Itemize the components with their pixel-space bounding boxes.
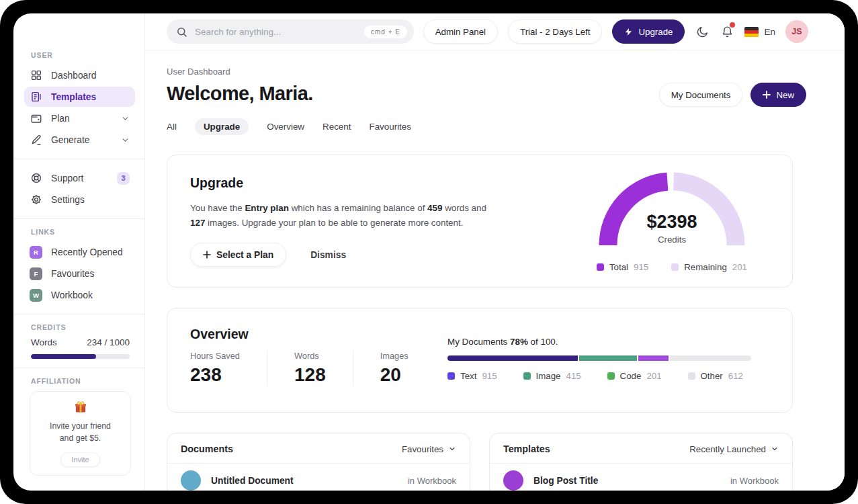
affiliation-text-line1: Invite your friend [37, 421, 124, 433]
topbar-actions: Admin Panel Trial - 2 Days Left Upgrade … [423, 19, 808, 44]
search-input[interactable] [194, 26, 364, 38]
documents-card: Documents Favourites Untitled Document i… [167, 433, 470, 491]
sidebar: USER Dashboard Templates Plan [13, 13, 145, 491]
tab-all[interactable]: All [167, 118, 177, 135]
user-avatar[interactable]: JS [785, 20, 808, 43]
legend-value: 915 [482, 371, 497, 381]
trial-button[interactable]: Trial - 2 Days Left [508, 19, 602, 44]
language-selector[interactable]: En [744, 27, 775, 37]
plus-icon [203, 251, 211, 259]
sidebar-item-generate[interactable]: Generate [24, 130, 135, 150]
stat-words: Words 128 [267, 351, 353, 386]
doc-legend-swatch-2 [607, 372, 615, 380]
sidebar-item-label: Plan [51, 114, 70, 124]
sidebar-link-workbook[interactable]: W Workbook [24, 285, 135, 305]
documents-filter-label: Favourites [402, 444, 443, 454]
template-item-location: in Workbook [730, 476, 779, 486]
doc-bar-segment-1 [579, 355, 637, 361]
page-title: Welcome, Maria. [167, 83, 313, 105]
tab-overview[interactable]: Overview [267, 118, 304, 135]
invite-button[interactable]: Invite [60, 452, 99, 467]
sidebar-item-templates[interactable]: Templates [24, 87, 135, 107]
search-shortcut-chip: cmd + E [364, 26, 407, 38]
settings-gear-icon [30, 194, 42, 206]
templates-document-icon [30, 91, 42, 103]
overview-card: Overview Hours Saved 238 Words 128 Image… [167, 308, 793, 413]
gauge-legend-remaining-label: Remaining [684, 262, 727, 272]
sidebar-section-affiliation: AFFILIATION [31, 377, 131, 385]
sidebar-item-label: Templates [51, 92, 96, 102]
legend-text: Text 915 [447, 371, 497, 381]
search-bar[interactable]: cmd + E [167, 19, 414, 44]
sidebar-item-dashboard[interactable]: Dashboard [24, 65, 135, 85]
legend-label: Other [701, 371, 723, 381]
dismiss-button[interactable]: Dismiss [306, 249, 350, 261]
document-list-item[interactable]: Untitled Document in Workbook [167, 464, 470, 491]
sidebar-divider [13, 368, 144, 368]
sidebar-link-recently-opened[interactable]: R Recently Opened [24, 242, 135, 262]
new-button[interactable]: New [750, 83, 806, 107]
gauge-center-label: Credits [597, 235, 747, 245]
template-item-name: Blog Post Title [533, 476, 598, 486]
sidebar-link-label: Recently Opened [51, 247, 123, 257]
dark-mode-moon-icon[interactable] [695, 24, 710, 39]
sidebar-item-label: Dashboard [51, 71, 97, 81]
credits-progress-fill [31, 354, 96, 359]
doc-bar-segment-0 [447, 355, 578, 361]
legend-label: Text [460, 371, 476, 381]
support-count-badge: 3 [117, 172, 130, 185]
admin-panel-button[interactable]: Admin Panel [423, 19, 498, 44]
doc-legend-swatch-3 [688, 372, 695, 380]
link-chip-2: W [30, 289, 42, 302]
stat-label: Hours Saved [190, 351, 240, 361]
document-item-location: in Workbook [408, 476, 456, 486]
documents-filter-dropdown[interactable]: Favourites [402, 444, 456, 454]
upgrade-card-body: You have the Entry plan which has a rema… [190, 201, 487, 230]
gauge-legend-remaining-swatch [671, 263, 679, 271]
gauge-center-value: $2398 [597, 212, 747, 233]
sidebar-item-settings[interactable]: Settings [24, 190, 135, 210]
notification-dot [730, 22, 735, 28]
tab-recent[interactable]: Recent [323, 118, 351, 135]
legend-code: Code 201 [607, 371, 662, 381]
tab-upgrade[interactable]: Upgrade [195, 118, 249, 135]
select-plan-label: Select a Plan [216, 250, 273, 260]
templates-filter-dropdown[interactable]: Recently Launched [689, 444, 779, 454]
chevron-down-icon [121, 136, 130, 144]
sidebar-item-plan[interactable]: Plan [24, 108, 135, 128]
search-icon [176, 26, 187, 38]
lightning-bolt-icon [624, 28, 633, 36]
tab-favourites[interactable]: Favourites [369, 118, 411, 135]
template-list-item[interactable]: Blog Post Title in Workbook [490, 464, 792, 491]
templates-filter-label: Recently Launched [689, 444, 766, 454]
plan-wallet-icon [30, 112, 42, 125]
sidebar-link-favourites[interactable]: F Favourites [24, 263, 135, 284]
gauge-legend-total-label: Total [609, 262, 628, 272]
stat-images: Images 20 [353, 351, 435, 386]
legend-value: 415 [566, 371, 581, 381]
documents-stacked-bar [447, 355, 751, 361]
affiliation-card: Invite your friend and get $5. Invite [30, 391, 131, 476]
filter-tabs: All Upgrade Overview Recent Favourites [167, 118, 845, 135]
sidebar-divider [13, 314, 144, 314]
topbar: cmd + E Admin Panel Trial - 2 Days Left … [145, 13, 845, 50]
support-lifebuoy-icon [30, 172, 42, 185]
sidebar-item-support[interactable]: Support 3 [24, 168, 135, 188]
my-documents-button[interactable]: My Documents [659, 83, 743, 107]
select-plan-button[interactable]: Select a Plan [190, 243, 286, 267]
upgrade-button[interactable]: Upgrade [612, 19, 685, 44]
document-item-name: Untitled Document [211, 476, 294, 486]
credits-words-label: Words [31, 337, 57, 347]
legend-other: Other 612 [688, 371, 743, 381]
sidebar-item-label: Generate [51, 135, 90, 145]
new-button-label: New [776, 90, 794, 100]
german-flag-icon [744, 27, 759, 37]
main-content: User Dashboard Welcome, Maria. My Docume… [145, 50, 845, 491]
gauge-legend: Total 915 Remaining 201 [595, 262, 749, 272]
credits-progress-bar [31, 354, 130, 359]
notifications-bell-icon[interactable] [720, 24, 734, 39]
sidebar-link-label: Favourites [51, 269, 94, 279]
link-chip-1: F [30, 267, 42, 280]
chevron-down-icon [121, 114, 130, 123]
documents-progress-label: My Documents 78% of 100. [447, 337, 751, 347]
